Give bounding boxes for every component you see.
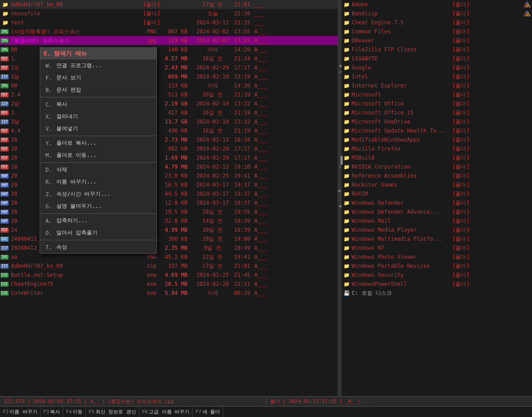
zip-icon: ZIP — [0, 119, 9, 124]
context-menu-item[interactable]: D.삭제 — [40, 164, 156, 176]
right-file-row[interactable]: 📁 Windows NT [폴더] — [342, 243, 532, 252]
right-file-row[interactable]: 📁 RUXIM [폴더] — [342, 189, 532, 198]
file-size: 337 MB — [162, 263, 191, 269]
right-file-row[interactable]: 📁 Windows Media Player [폴더] — [342, 225, 532, 234]
bar-chart-icon: ▐ — [338, 156, 343, 165]
file-attr: ___ — [254, 19, 268, 26]
file-time: 19:41 — [234, 254, 254, 260]
fn-key-f3[interactable]: F3복사 — [41, 407, 63, 417]
file-type-icon: DOC — [2, 235, 9, 243]
file-row[interactable]: IMG (통장사본) 오피스넥스 jpg 119 KB 2024-02-02 1… — [0, 36, 338, 45]
right-file-row[interactable]: 📁 Reference Assemblies [폴더] — [342, 171, 532, 180]
menu-shortcut: Z. — [46, 191, 53, 197]
file-row[interactable]: IMG aa PNG 45.2 KB 12일 전 19:41 A___ — [0, 252, 338, 261]
right-file-row[interactable]: 📁 Rockstar Games [폴더] — [342, 180, 532, 189]
context-menu-item[interactable]: C.복사 — [40, 98, 156, 110]
file-date: 2024-03-17 — [191, 191, 234, 197]
fn-key-f6[interactable]: F6고급 이름 바꾸기 — [139, 407, 193, 417]
context-menu-item[interactable]: A.압축하기... — [40, 215, 156, 227]
right-file-row[interactable]: 📁 Windows Defender Advance... [폴더] — [342, 207, 532, 216]
file-type-icon: 📁 — [2, 1, 9, 8]
file-time: 17:17 — [234, 155, 254, 161]
context-menu-item[interactable]: G.설명 붙여두기... — [40, 200, 156, 212]
file-ext: PNG — [142, 28, 162, 35]
right-file-row[interactable]: 📁 Common Files [폴더] — [342, 27, 532, 36]
right-file-name: Windows Photo Viewer — [352, 254, 451, 260]
right-file-row[interactable]: 📁 Windows Security [폴더] — [342, 270, 532, 280]
file-date: 2024-02-29 — [191, 64, 234, 71]
right-file-row[interactable]: 📁 Windows Photo Viewer [폴더] — [342, 252, 532, 261]
menu-label: 알아서 압축풀기 — [56, 229, 97, 237]
file-row[interactable]: IMG (사업자등록증) 오피스넥스 PNG 887 KB 2024-02-02… — [0, 27, 338, 36]
right-file-row[interactable]: 📁 Adobe [폴더] — [342, 0, 532, 9]
file-row[interactable]: 📁 AdbeRdr707_ko_KR [폴더] 17일 전 21:01 ___ — [0, 0, 338, 9]
right-file-row[interactable]: 📁 GIGABYTE [폴더] — [342, 54, 532, 63]
right-file-row[interactable]: 📁 WindowsPowerShell [폴더] — [342, 280, 532, 289]
file-row[interactable]: ZIP AdbeRdr707_ko_KR zip 337 MB 17일 전 21… — [0, 261, 338, 270]
right-file-row[interactable]: 💾 C: 로컬 디스크 — [342, 289, 532, 298]
right-file-ext: [폴더] — [451, 190, 471, 198]
folder-icon: 📁 — [344, 272, 350, 278]
right-file-name: Common Files — [352, 28, 451, 35]
context-menu-item[interactable]: T.속성 — [40, 241, 156, 253]
right-file-row[interactable]: 📁 Windows Portable Devices [폴더] — [342, 261, 532, 270]
right-file-row[interactable]: 📁 Windows Multimedia Platfo... [폴더] — [342, 234, 532, 243]
fn-key-f2[interactable]: F2이름 바꾸기 — [0, 407, 41, 417]
right-file-row[interactable]: 📁 ModifiableWindowsApps [폴더] — [342, 135, 532, 144]
context-menu-item[interactable]: Y.폴더로 복사... — [40, 137, 156, 149]
context-menu-item[interactable]: M.폴더로 이동... — [40, 149, 156, 161]
fn-key-f7[interactable]: F7새 폴더 — [193, 407, 223, 417]
file-time: 21:15 — [234, 19, 254, 26]
file-row[interactable]: 📁 test [폴더] 2024-03-12 21:15 ___ — [0, 18, 338, 27]
context-menu-item[interactable]: W.연결 프로그램... — [40, 60, 156, 72]
right-file-row[interactable]: 📁 Mozilla Firefox [폴더] — [342, 144, 532, 153]
pdf-icon: PDF — [0, 156, 9, 160]
right-file-row[interactable]: 📁 Microsoft OneDrive [폴더] — [342, 117, 532, 126]
right-file-row[interactable]: 📁 Windows Defender [폴더] — [342, 198, 532, 207]
context-menu-item[interactable]: Z.속성/시간 바꾸기... — [40, 188, 156, 200]
fn-number: F3 — [43, 409, 49, 415]
file-size: 396 KB — [162, 236, 191, 242]
file-row[interactable]: 📁 nexusfile [폴더] 오늘 22:30 ___ — [0, 9, 338, 18]
right-file-row[interactable]: 📁 Cheat Engine 7.5 [폴더] — [342, 18, 532, 27]
right-file-ext: [폴더] — [451, 217, 471, 225]
context-menu-item[interactable]: B.문서 편집 — [40, 84, 156, 96]
right-file-row[interactable]: 📁 NVIDIA Corporation [폴더] — [342, 162, 532, 171]
right-file-row[interactable]: 📁 Intel [폴더] — [342, 72, 532, 81]
right-file-row[interactable]: 📁 Windows Mail [폴더] — [342, 216, 532, 225]
context-menu-item[interactable]: V.붙여넣기 — [40, 123, 156, 135]
file-attr: ___ — [254, 1, 268, 8]
right-file-row[interactable]: 📁 Microsoft Office [폴더] — [342, 99, 532, 108]
file-ext: jpg — [142, 37, 162, 44]
right-file-row[interactable]: 📁 Google [폴더] — [342, 63, 532, 72]
file-attr: A___ — [254, 155, 268, 161]
context-menu-item[interactable]: O.알아서 압축풀기 — [40, 227, 156, 239]
right-file-ext: [폴더] — [451, 118, 471, 126]
context-menu-item[interactable]: R.이름 바꾸기... — [40, 176, 156, 188]
file-date: 2024-02-10 — [191, 101, 234, 107]
hwp-icon: HWP — [0, 201, 9, 206]
right-file-row[interactable]: 📁 Internet Explorer [폴더] — [342, 81, 532, 90]
right-file-row[interactable]: 📁 MSBuild [폴더] — [342, 153, 532, 162]
context-menu-item[interactable]: X.잘라내기 — [40, 110, 156, 123]
file-row[interactable]: EXE Battle.net-Setup exe 4.69 MB 2024-01… — [0, 270, 338, 280]
right-file-row[interactable]: 📁 Microsoft Office 15 [폴더] — [342, 108, 532, 117]
file-date: 2024-02-02 — [191, 28, 234, 35]
right-file-row[interactable]: 📁 Microsoft Update Health To... [폴더] — [342, 126, 532, 135]
right-file-row[interactable]: 📁 Microsoft [폴더] — [342, 90, 532, 99]
right-file-row[interactable]: 📁 Bandizip [폴더] — [342, 9, 532, 18]
file-date: 2024-02-29 — [191, 146, 234, 152]
right-file-row[interactable]: 📁 FileZilla FTP Client [폴더] — [342, 45, 532, 54]
panel-separator[interactable]: ▶ ··· ◀ — [338, 0, 342, 396]
right-file-ext: [폴더] — [451, 19, 471, 27]
fn-key-f5[interactable]: F5최신 정보로 갱신 — [86, 407, 139, 417]
file-row[interactable]: EXE CheatEngine75 exe 28.5 MB 2024-02-28… — [0, 280, 338, 289]
file-type-icon: PDF — [2, 64, 9, 71]
menu-label: 문서 편집 — [56, 86, 81, 94]
right-file-ext: [폴더] — [451, 1, 471, 9]
folder-icon: 📁 — [344, 200, 350, 206]
file-row[interactable]: EXE CuteWriter exe 5.94 MB 어제 00:29 A___ — [0, 289, 338, 298]
right-file-row[interactable]: 📁 DBeaver [폴더] — [342, 36, 532, 45]
context-menu-item[interactable]: F.문서 보기 — [40, 72, 156, 84]
fn-key-f4[interactable]: F4이동 — [63, 407, 86, 417]
